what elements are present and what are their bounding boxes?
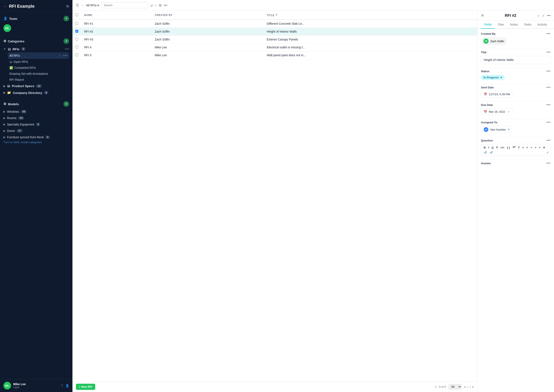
help-icon[interactable]: ? bbox=[61, 384, 63, 387]
ul-button[interactable]: ≡ bbox=[526, 146, 529, 150]
product-specs-chevron-icon: ▶ bbox=[3, 84, 5, 88]
row-checkbox[interactable] bbox=[75, 38, 78, 41]
answer-more-icon[interactable]: ••• bbox=[546, 161, 551, 165]
row-checkbox[interactable] bbox=[75, 22, 78, 25]
assignee-remove-button[interactable]: ✕ bbox=[508, 128, 510, 131]
company-directory-category-row: ▶ 📁 Company Directory 8 bbox=[3, 89, 69, 96]
more-options-icon[interactable]: ••• bbox=[164, 3, 167, 7]
model-item-rooms[interactable]: ▶ Rooms 34 bbox=[3, 115, 69, 121]
assigned-more-icon[interactable]: ••• bbox=[546, 120, 551, 124]
tab-files[interactable]: Files bbox=[495, 21, 507, 29]
add-model-button[interactable]: + bbox=[63, 101, 69, 107]
view-icon[interactable]: ⊞ bbox=[159, 3, 161, 7]
align-left-button[interactable]: ≡ bbox=[530, 146, 533, 150]
add-category-button[interactable]: + bbox=[63, 38, 69, 44]
table-body: RFI #1 Zach Soflin Different Concrete Sl… bbox=[72, 20, 477, 59]
row-name: RFI #3 bbox=[81, 35, 152, 43]
sidebar-item-rfi-report[interactable]: RFI Report bbox=[8, 77, 69, 83]
due-date-more-icon[interactable]: ••• bbox=[546, 103, 551, 107]
sent-date-chip[interactable]: 📅 12/7/23, 6:39 PM bbox=[481, 91, 513, 98]
select-all-checkbox[interactable] bbox=[75, 14, 78, 16]
content-row: NAME CREATED BY TITLE + RFI #1 Zach Sofl… bbox=[72, 11, 554, 392]
italic-button[interactable]: I bbox=[487, 146, 490, 150]
new-rfi-button[interactable]: + New RFI bbox=[76, 384, 95, 390]
sidebar-item-completed-rfis[interactable]: ✅ Completed RFIs bbox=[8, 65, 69, 71]
models-section: ⚙ Models + ▶ Windows 49 ▶ Rooms 34 ▶ Spe… bbox=[0, 97, 72, 145]
company-directory-label[interactable]: ▶ 📁 Company Directory 8 bbox=[3, 91, 48, 95]
row-checkbox[interactable] bbox=[75, 46, 78, 48]
align-right-button[interactable]: ≡ bbox=[538, 146, 541, 150]
quote-button[interactable]: ❝❞ bbox=[512, 146, 516, 150]
status-remove-button[interactable]: ✕ bbox=[500, 76, 502, 79]
sidebar-item-drawing-set[interactable]: Drawing Set with Annotations bbox=[8, 71, 69, 77]
bold-button[interactable]: B bbox=[483, 146, 486, 150]
user-profile-icon[interactable]: 👤 bbox=[65, 384, 69, 387]
all-rfis-star-icon[interactable]: ☆ bbox=[59, 54, 61, 57]
sidebar-item-open-rfis[interactable]: 🗂 Open RFIs bbox=[8, 59, 69, 65]
prev-page-button[interactable]: ‹ bbox=[467, 385, 468, 389]
title-more-icon[interactable]: ••• bbox=[546, 50, 551, 54]
sort-icon[interactable]: ↕ bbox=[155, 3, 157, 7]
rfis-category-label[interactable]: ▼ 🗂 RFIs 5 bbox=[3, 47, 26, 51]
underline-button[interactable]: U bbox=[491, 146, 494, 150]
model-item-furniture[interactable]: ▶ Furniture synced from Revit 0 bbox=[3, 134, 69, 140]
panel-close-button[interactable]: ✕ bbox=[481, 13, 484, 18]
turn-on-models-link[interactable]: Turn on other model categories bbox=[3, 140, 42, 145]
question-more-icon[interactable]: ••• bbox=[546, 139, 551, 142]
table-row[interactable]: RFI #2 Zach Soflin Height of Interior Wa… bbox=[72, 28, 477, 35]
nav-forward-icon[interactable]: → bbox=[81, 4, 84, 7]
table-row[interactable]: RFI #1 Zach Soflin Different Concrete Sl… bbox=[72, 20, 477, 28]
hyperlink-button[interactable]: 🔗 bbox=[489, 150, 494, 154]
panel-check-icon[interactable]: ✓ bbox=[542, 14, 545, 18]
align-center-button[interactable]: ≡ bbox=[534, 146, 537, 150]
settings-icon[interactable]: ⚙ bbox=[66, 4, 69, 8]
furniture-chevron-icon: ▶ bbox=[3, 136, 5, 139]
all-rfis-dropdown[interactable]: All RFIs ▾ bbox=[86, 4, 99, 7]
team-avatars: ML bbox=[3, 23, 69, 33]
back-icon[interactable]: ← bbox=[3, 5, 7, 8]
first-page-button[interactable]: « bbox=[464, 385, 466, 389]
product-specs-label[interactable]: ▶ 🗂 Product Specs 12 bbox=[3, 84, 42, 88]
search-input[interactable] bbox=[101, 2, 148, 8]
hamburger-icon[interactable]: ☰ bbox=[76, 3, 79, 7]
expand-icon[interactable]: ↗ bbox=[546, 151, 549, 154]
table-row[interactable]: RFI #3 Zach Soflin Exterior Canopy Panel… bbox=[72, 35, 477, 43]
row-checkbox[interactable] bbox=[75, 30, 78, 33]
link-button[interactable]: 🔗 bbox=[483, 150, 488, 154]
due-date-chip[interactable]: 📅 Mar 19, 2022 ✕ bbox=[481, 108, 513, 115]
sidebar-item-all-rfis[interactable]: All RFIs ☆ ••• bbox=[8, 52, 69, 59]
next-page-button[interactable]: › bbox=[470, 385, 471, 389]
panel-star-icon[interactable]: ☆ bbox=[537, 14, 540, 18]
tab-activity[interactable]: Activity bbox=[534, 21, 550, 29]
text-color-button[interactable]: A bbox=[542, 146, 546, 150]
ol-button[interactable]: ≡ bbox=[521, 146, 525, 150]
tab-fields[interactable]: Fields bbox=[481, 21, 495, 29]
created-by-col-header: CREATED BY bbox=[152, 11, 264, 20]
row-checkbox[interactable] bbox=[75, 54, 78, 56]
model-item-windows[interactable]: ▶ Windows 49 bbox=[3, 108, 69, 115]
sent-date-more-icon[interactable]: ••• bbox=[546, 85, 551, 89]
status-more-icon[interactable]: ••• bbox=[546, 69, 551, 73]
model-item-doors[interactable]: ▶ Doors 17 bbox=[3, 128, 69, 134]
table-row[interactable]: RFI 4 Mike Lee Electrical outlet is miss… bbox=[72, 43, 477, 51]
rfis-more-icon[interactable]: ••• bbox=[65, 47, 69, 51]
add-column-button[interactable]: + bbox=[275, 13, 278, 17]
created-by-more-icon[interactable]: ••• bbox=[546, 32, 551, 35]
tab-notes[interactable]: Notes bbox=[507, 21, 521, 29]
per-page-select[interactable]: 501025100 bbox=[449, 384, 462, 389]
last-page-button[interactable]: » bbox=[472, 385, 474, 389]
heading-button[interactable]: T bbox=[517, 146, 520, 150]
rooms-chevron-icon: ▶ bbox=[3, 117, 5, 119]
code-block-button[interactable]: { } bbox=[506, 146, 511, 150]
tab-tasks[interactable]: Tasks bbox=[521, 21, 535, 29]
model-item-specialty[interactable]: ▶ Specialty Equipment 5 bbox=[3, 121, 69, 128]
table-row[interactable]: RFI 5 Mike Lee Wall panel paint does not… bbox=[72, 51, 477, 59]
panel-more-icon[interactable]: ••• bbox=[547, 14, 551, 18]
inline-code-button[interactable]: </> bbox=[499, 146, 505, 150]
add-team-button[interactable]: + bbox=[63, 16, 69, 21]
all-rfis-more-icon[interactable]: ••• bbox=[63, 54, 67, 57]
due-date-remove-button[interactable]: ✕ bbox=[508, 110, 510, 113]
strikethrough-button[interactable]: T bbox=[495, 146, 499, 150]
select-all-col bbox=[72, 11, 81, 20]
filter-icon[interactable]: ⊿ bbox=[150, 3, 153, 7]
